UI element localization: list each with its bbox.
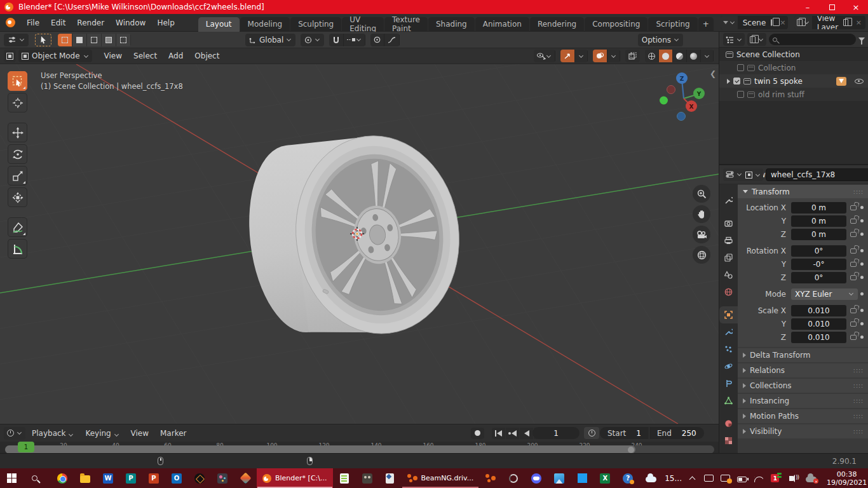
tab-shading[interactable]: Shading: [428, 17, 475, 32]
panel-collections[interactable]: Collections ::::: [738, 379, 868, 393]
gizmo-neg-y[interactable]: [660, 97, 668, 105]
select-mode-subtract[interactable]: [87, 34, 102, 46]
new-view-layer-icon[interactable]: [843, 19, 848, 26]
lock-icon[interactable]: [850, 219, 857, 224]
tab-texture[interactable]: [719, 432, 738, 449]
show-gizmo-dropdown[interactable]: [575, 50, 588, 62]
snap-toggle[interactable]: [329, 34, 344, 46]
view-layer-browse-button[interactable]: [794, 16, 812, 29]
notepadpp-app[interactable]: [333, 468, 356, 488]
lock-icon[interactable]: [850, 335, 857, 340]
tray-overflow-button[interactable]: [684, 468, 701, 488]
animate-dot-icon[interactable]: [860, 206, 864, 209]
remove-view-layer-icon[interactable]: ×: [852, 18, 865, 27]
panel-drag-dots[interactable]: ::::: [853, 383, 864, 389]
menu-file[interactable]: File: [21, 14, 45, 31]
menu-render[interactable]: Render: [71, 14, 110, 31]
rotation-x-field[interactable]: 0°: [791, 245, 846, 257]
lock-icon[interactable]: [850, 275, 857, 280]
tab-constraints[interactable]: [719, 375, 738, 392]
menu-playback[interactable]: Playback: [27, 429, 79, 438]
lock-icon[interactable]: [850, 308, 857, 313]
tab-world[interactable]: [719, 283, 738, 301]
frame-end-field[interactable]: End250: [649, 427, 704, 439]
minimize-button[interactable]: –: [796, 0, 820, 14]
new-scene-icon[interactable]: [771, 19, 772, 26]
current-frame-marker[interactable]: 1: [18, 442, 34, 452]
tab-texture-paint[interactable]: Texture Paint: [384, 17, 428, 32]
proportional-edit-toggle[interactable]: [370, 34, 384, 46]
tray-sync[interactable]: ×: [803, 468, 820, 488]
collection-color-badge[interactable]: [836, 77, 846, 86]
timeline-editor-dropdown[interactable]: [4, 427, 25, 440]
collection-checkbox[interactable]: [733, 78, 740, 85]
taskbar-search-button[interactable]: [23, 468, 46, 488]
select-mode-invert[interactable]: [102, 34, 116, 46]
discord-app[interactable]: [525, 468, 548, 488]
menu-view-timeline[interactable]: View: [126, 429, 154, 438]
rotation-mode-dropdown[interactable]: XYZ Euler: [791, 288, 858, 300]
scale-z-field[interactable]: 0.010: [791, 332, 846, 343]
navigation-gizmo[interactable]: Z Y X: [658, 69, 712, 123]
maximize-button[interactable]: [820, 0, 844, 14]
prev-keyframe-button[interactable]: [506, 428, 519, 439]
view-layer-name[interactable]: View Layer: [812, 16, 843, 29]
transform-orientation-dropdown[interactable]: Global: [245, 34, 295, 46]
panel-visibility[interactable]: Visibility ::::: [738, 424, 868, 438]
show-overlays-dropdown[interactable]: [607, 50, 620, 62]
excel-app[interactable]: X: [593, 468, 616, 488]
scrollbar-handle[interactable]: [628, 447, 634, 453]
tab-scripting[interactable]: Scripting: [648, 17, 697, 32]
show-gizmo-toggle[interactable]: [560, 50, 575, 62]
hide-in-viewport-icon[interactable]: [855, 79, 864, 84]
scene-name[interactable]: Scene: [738, 18, 771, 27]
outliner-editor-dropdown[interactable]: [723, 33, 745, 46]
shading-material-preview[interactable]: [673, 50, 687, 62]
vscode-app[interactable]: [571, 468, 593, 488]
editor-app[interactable]: [379, 468, 402, 488]
select-mode-set[interactable]: [58, 34, 72, 46]
word-app[interactable]: W: [97, 468, 119, 488]
outlook-app[interactable]: O: [165, 468, 188, 488]
object-type-visibility-dropdown[interactable]: [534, 50, 555, 62]
cursor-tool[interactable]: [8, 93, 27, 112]
play-reverse-button[interactable]: [520, 428, 533, 439]
scale-x-field[interactable]: 0.010: [791, 305, 846, 316]
animate-dot-icon[interactable]: [860, 309, 864, 312]
tray-screen[interactable]: [717, 468, 734, 488]
add-workspace-button[interactable]: +: [698, 17, 714, 32]
rotation-y-field[interactable]: -0°: [791, 259, 846, 270]
tray-battery[interactable]: [734, 468, 750, 488]
news-widget[interactable]: 15...: [662, 468, 684, 488]
object-id-dropdown[interactable]: [743, 168, 763, 181]
show-overlays-toggle[interactable]: [593, 50, 607, 62]
panel-drag-dots[interactable]: ::::: [853, 367, 864, 374]
panel-drag-dots[interactable]: ::::: [853, 398, 864, 404]
panel-delta-transform[interactable]: Delta Transform: [738, 348, 868, 362]
outliner-row-scene-collection[interactable]: Scene Collection: [719, 48, 868, 61]
panel-drag-dots[interactable]: ::::: [853, 413, 864, 419]
jump-to-start-button[interactable]: [492, 428, 505, 439]
pivot-point-dropdown[interactable]: [301, 34, 324, 46]
outliner-row-twin-5-spoke[interactable]: twin 5 spoke: [719, 74, 868, 88]
art-app[interactable]: [211, 468, 234, 488]
auto-keyframe-toggle[interactable]: [584, 427, 599, 439]
3d-viewport[interactable]: User Perspective (1) Scene Collection | …: [0, 64, 719, 424]
tab-physics[interactable]: [719, 358, 738, 375]
options-button[interactable]: Options: [638, 34, 683, 46]
shading-dropdown[interactable]: [701, 50, 714, 62]
shading-rendered[interactable]: [687, 50, 701, 62]
collection-checkbox[interactable]: [737, 91, 744, 98]
location-y-field[interactable]: 0 m: [791, 215, 846, 227]
chrome-app[interactable]: [51, 468, 74, 488]
menu-edit[interactable]: Edit: [45, 14, 71, 31]
ring-app[interactable]: [502, 468, 525, 488]
animate-dot-icon[interactable]: [860, 249, 864, 252]
blender-taskbar-task[interactable]: Blender* [C:\...: [257, 468, 333, 488]
publisher-app[interactable]: P: [119, 468, 142, 488]
frame-start-field[interactable]: Start1: [600, 427, 649, 439]
editor-type-dropdown[interactable]: [4, 50, 16, 62]
outliner-row-collection[interactable]: Collection: [719, 61, 868, 74]
lock-icon[interactable]: [850, 205, 857, 210]
photos-app[interactable]: [548, 468, 571, 488]
